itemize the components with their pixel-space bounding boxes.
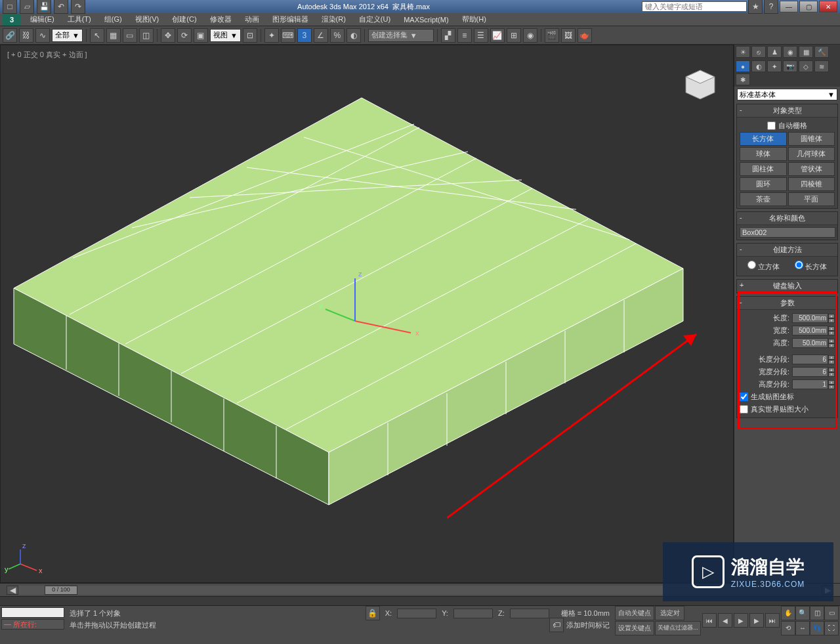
autokey-button[interactable]: 自动关键点	[615, 606, 654, 620]
nav-walk-icon[interactable]: 👣	[810, 621, 824, 635]
nav-max-icon[interactable]: ⛶	[824, 621, 839, 635]
subtab-cameras-icon[interactable]: 📷	[783, 60, 797, 72]
tab-display-icon[interactable]: ▦	[799, 46, 813, 58]
keyboard-icon[interactable]: ⌨	[281, 28, 295, 43]
timetag-icon[interactable]: 🏷	[549, 618, 564, 632]
prev-frame-icon[interactable]: ◀	[718, 613, 732, 628]
coord-z[interactable]	[510, 609, 549, 618]
viewcube[interactable]	[681, 65, 720, 104]
viewport[interactable]: [ + 0 正交 0 真实 + 边面 ]	[0, 45, 734, 583]
pivot-icon[interactable]: ⊡	[243, 28, 257, 43]
tab-create-icon[interactable]: ☀	[736, 46, 750, 58]
lock-icon[interactable]: 🔒	[366, 606, 380, 620]
category-dropdown[interactable]: 标准基本体▼	[737, 89, 837, 100]
link-icon[interactable]: 🔗	[3, 28, 17, 43]
menu-help[interactable]: 帮助(H)	[455, 13, 493, 26]
obj-box-button[interactable]: 长方体	[740, 132, 787, 146]
subtab-helpers-icon[interactable]: ◇	[799, 60, 813, 72]
tab-modify-icon[interactable]: ⎋	[751, 46, 766, 58]
qa-new-icon[interactable]: □	[3, 0, 17, 14]
obj-torus-button[interactable]: 圆环	[740, 177, 787, 191]
menu-maxscript[interactable]: MAXScript(M)	[397, 14, 455, 25]
object-name-input[interactable]	[740, 227, 835, 238]
render-icon[interactable]: 🫖	[578, 28, 592, 43]
tab-motion-icon[interactable]: ◉	[783, 46, 797, 58]
realworld-checkbox[interactable]	[740, 405, 748, 414]
menu-tools[interactable]: 工具(T)	[61, 13, 98, 26]
help-star-icon[interactable]: ★	[748, 0, 763, 14]
obj-tube-button[interactable]: 管状体	[788, 162, 835, 176]
height-input[interactable]	[792, 338, 828, 348]
nav-zoom-icon[interactable]: 🔍	[795, 606, 810, 620]
material-icon[interactable]: ◉	[523, 28, 537, 43]
minimize-button[interactable]: —	[780, 1, 798, 12]
radio-box[interactable]: 长方体	[795, 261, 827, 272]
scale-icon[interactable]: ▣	[194, 28, 208, 43]
menu-edit[interactable]: 编辑(E)	[24, 13, 61, 26]
render-setup-icon[interactable]: 🎬	[545, 28, 559, 43]
rotate-icon[interactable]: ⟳	[177, 28, 192, 43]
select-rect-icon[interactable]: ▭	[123, 28, 137, 43]
nav-dolly-icon[interactable]: ↔	[795, 621, 810, 635]
nav-fov-icon[interactable]: ◫	[810, 606, 824, 620]
add-timetag[interactable]: 添加时间标记	[566, 620, 610, 630]
script-input[interactable]	[1, 607, 64, 618]
menu-graph[interactable]: 图形编辑器	[266, 13, 315, 26]
qa-save-icon[interactable]: 💾	[37, 0, 51, 14]
menu-render[interactable]: 渲染(R)	[315, 13, 352, 26]
menu-animation[interactable]: 动画	[238, 13, 266, 26]
setkey-button[interactable]: 设置关键点	[615, 621, 654, 635]
goto-start-icon[interactable]: ⏮	[702, 613, 717, 628]
obj-sphere-button[interactable]: 球体	[740, 147, 787, 161]
snap-toggle-icon[interactable]: 3	[297, 28, 312, 43]
hseg-input[interactable]	[792, 379, 828, 389]
selected-pair[interactable]: 选定对	[655, 606, 684, 620]
subtab-shapes-icon[interactable]: ◐	[751, 60, 766, 72]
coord-y[interactable]	[453, 609, 493, 618]
nav-pan-icon[interactable]: ✋	[781, 606, 795, 620]
time-handle[interactable]: 0 / 100	[45, 586, 77, 595]
obj-geosphere-button[interactable]: 几何球体	[788, 147, 835, 161]
obj-cone-button[interactable]: 圆锥体	[788, 132, 835, 146]
app-icon[interactable]: 3	[3, 14, 21, 26]
bind-icon[interactable]: ∿	[35, 28, 50, 43]
tab-hierarchy-icon[interactable]: ♟	[767, 46, 782, 58]
spinner-snap-icon[interactable]: ◐	[346, 28, 361, 43]
nav-region-icon[interactable]: ▭	[824, 606, 839, 620]
wseg-input[interactable]	[792, 367, 828, 377]
length-input[interactable]	[792, 313, 828, 323]
select-name-icon[interactable]: ▦	[106, 28, 121, 43]
play-icon[interactable]: ▶	[734, 613, 748, 628]
lseg-input[interactable]	[792, 354, 828, 364]
width-input[interactable]	[792, 326, 828, 335]
curve-editor-icon[interactable]: 📈	[490, 28, 505, 43]
goto-end-icon[interactable]: ⏭	[765, 613, 780, 628]
angle-snap-icon[interactable]: ∠	[314, 28, 328, 43]
subtab-geometry-icon[interactable]: ●	[736, 60, 750, 72]
help-icon[interactable]: ?	[764, 0, 778, 14]
radio-cube[interactable]: 立方体	[747, 261, 780, 272]
menu-modifiers[interactable]: 修改器	[203, 13, 238, 26]
obj-teapot-button[interactable]: 茶壶	[740, 192, 787, 206]
qa-redo-icon[interactable]: ↷	[71, 0, 85, 14]
qa-open-icon[interactable]: ▱	[20, 0, 34, 14]
keyfilter-button[interactable]: 关键点过滤器...	[655, 621, 701, 635]
menu-group[interactable]: 组(G)	[98, 13, 129, 26]
menu-customize[interactable]: 自定义(U)	[352, 13, 397, 26]
percent-snap-icon[interactable]: %	[330, 28, 345, 43]
obj-plane-button[interactable]: 平面	[788, 192, 835, 206]
layers-icon[interactable]: ☰	[474, 28, 488, 43]
select-manip-icon[interactable]: ✦	[264, 28, 279, 43]
length-down[interactable]: ▼	[828, 318, 835, 323]
schematic-icon[interactable]: ⊞	[507, 28, 521, 43]
subtab-systems-icon[interactable]: ✱	[736, 74, 750, 85]
coord-x[interactable]	[397, 609, 436, 618]
move-icon[interactable]: ✥	[161, 28, 175, 43]
qa-undo-icon[interactable]: ↶	[54, 0, 68, 14]
obj-cylinder-button[interactable]: 圆柱体	[740, 162, 787, 176]
subtab-lights-icon[interactable]: ✦	[767, 60, 782, 72]
obj-pyramid-button[interactable]: 四棱锥	[788, 177, 835, 191]
refcoord-dropdown[interactable]: 视图▼	[210, 29, 241, 42]
menu-create[interactable]: 创建(C)	[165, 13, 203, 26]
close-button[interactable]: ✕	[819, 1, 837, 12]
